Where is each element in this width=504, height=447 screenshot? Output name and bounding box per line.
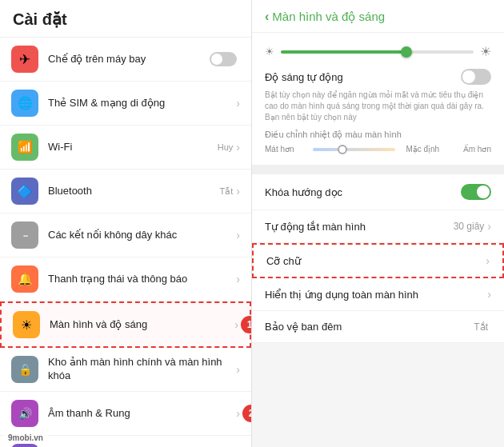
item-label-other-conn: Các kết nối không dây khác [48, 229, 236, 242]
settings-item-airplane[interactable]: ✈ Chế độ trên máy bay [0, 38, 251, 82]
sim-arrow: › [236, 97, 240, 110]
lockscreen-arrow: › [236, 363, 240, 376]
fullscreen-arrow: › [487, 288, 491, 301]
settings-item-wifi[interactable]: 📶 Wi-Fi Huy › [0, 126, 251, 170]
screen-off-value: 30 giây [454, 221, 485, 232]
settings-item-display[interactable]: ☀ Màn hình và độ sáng › 1 [0, 301, 251, 348]
right-row-fullscreen[interactable]: Hiển thị ứng dụng toàn màn hình › [252, 278, 504, 311]
right-row-screen-off[interactable]: Tự động tắt màn hình 30 giây › [252, 210, 504, 243]
display-arrow: › [234, 318, 238, 331]
brightness-slider-row: ☀ ☀ [265, 44, 491, 59]
sound-arrow: › [236, 407, 240, 420]
temp-slider-row: Mát hơn Mặc định Ấm hơn [265, 145, 491, 154]
auto-brightness-desc: Bật tùy chọn này để ngăn ngừa mỏi mắt và… [265, 90, 491, 123]
orientation-label: Khóa hướng dọc [265, 186, 461, 198]
airplane-toggle[interactable] [210, 52, 237, 66]
right-row-fontsize[interactable]: Cỡ chữ › [252, 243, 504, 278]
item-label-airplane: Chế độ trên máy bay [48, 53, 210, 66]
right-content: ☀ ☀ Độ sáng tự động Bật tùy chọn này để … [252, 33, 504, 447]
temp-mat: Mát hơn [265, 145, 306, 154]
orientation-toggle[interactable] [461, 184, 491, 200]
left-panel: Cài đặt ✈ Chế độ trên máy bay 🌐 Thẻ SIM … [0, 0, 252, 447]
fullscreen-label: Hiển thị ứng dụng toàn màn hình [265, 289, 487, 301]
left-header: Cài đặt [0, 0, 251, 38]
right-header-title: Màn hình và độ sáng [272, 10, 385, 24]
lockscreen-icon: 🔒 [11, 356, 38, 383]
notification-icon: 🔔 [11, 265, 38, 293]
annotation-badge-1: 1 [241, 316, 251, 333]
right-header: ‹ Màn hình và độ sáng [252, 0, 504, 33]
wifi-arrow: › [236, 141, 240, 154]
airplane-icon: ✈ [11, 46, 38, 73]
notification-arrow: › [236, 273, 240, 285]
settings-item-bluetooth[interactable]: 🔷 Bluetooth Tắt › [0, 170, 251, 214]
auto-brightness-toggle[interactable] [461, 69, 491, 85]
brightness-high-icon: ☀ [480, 44, 491, 59]
night-label: Bảo vệ ban đêm [265, 321, 474, 333]
item-label-bluetooth: Bluetooth [48, 185, 220, 198]
other-conn-icon: ··· [11, 222, 38, 249]
watermark: 9mobi.vn [3, 432, 48, 444]
temp-slider[interactable] [313, 148, 396, 151]
item-label-sim: Thẻ SIM & mạng di động [48, 97, 236, 110]
app-container: Cài đặt ✈ Chế độ trên máy bay 🌐 Thẻ SIM … [0, 0, 504, 447]
other-conn-arrow: › [236, 229, 240, 241]
bluetooth-badge: Tắt [220, 186, 234, 197]
right-row-orientation[interactable]: Khóa hướng dọc [252, 170, 504, 210]
sound-icon: 🔊 [11, 400, 38, 427]
display-icon: ☀ [13, 311, 40, 338]
temp-thumb[interactable] [338, 145, 347, 154]
brightness-thumb[interactable] [401, 46, 412, 58]
sim-icon: 🌐 [11, 90, 38, 117]
screen-off-arrow: › [487, 220, 491, 233]
brightness-low-icon: ☀ [265, 46, 274, 58]
settings-item-sound[interactable]: 🔊 Âm thanh & Rung › 2 [0, 392, 251, 436]
temp-label: Điều chỉnh nhiệt độ màu màn hình [265, 130, 491, 140]
fontsize-label: Cỡ chữ [266, 255, 486, 267]
bluetooth-arrow: › [236, 185, 240, 198]
settings-list: ✈ Chế độ trên máy bay 🌐 Thẻ SIM & mạng d… [0, 38, 251, 447]
settings-item-notification[interactable]: 🔔 Thanh trạng thái và thông báo › [0, 257, 251, 301]
screen-off-label: Tự động tắt màn hình [265, 221, 454, 233]
settings-item-sim[interactable]: 🌐 Thẻ SIM & mạng di động › [0, 82, 251, 126]
brightness-slider-track[interactable] [281, 50, 474, 54]
item-label-notification: Thanh trạng thái và thông báo [48, 273, 236, 286]
dnd-icon: 🌙 [11, 444, 38, 447]
item-label-lockscreen: Kho ảnh màn hình chính và màn hình khóa [48, 356, 236, 383]
right-panel: ‹ Màn hình và độ sáng ☀ ☀ Độ sáng tự độn… [252, 0, 504, 447]
temp-default: Mặc định [402, 145, 443, 154]
item-label-sound: Âm thanh & Rung [48, 407, 236, 421]
temp-warm: Ấm hơn [450, 145, 491, 154]
item-label-wifi: Wi-Fi [48, 141, 218, 154]
auto-brightness-label: Độ sáng tự động [265, 71, 343, 83]
wifi-icon: 📶 [11, 134, 38, 161]
back-arrow-icon[interactable]: ‹ [265, 10, 269, 24]
auto-brightness-row: Độ sáng tự động [265, 69, 491, 85]
annotation-badge-2: 2 [242, 405, 251, 422]
settings-item-lockscreen[interactable]: 🔒 Kho ảnh màn hình chính và màn hình khó… [0, 348, 251, 392]
brightness-fill [281, 50, 406, 54]
right-row-night[interactable]: Bảo vệ ban đêm Tắt [252, 311, 504, 343]
night-value: Tắt [474, 321, 488, 333]
fontsize-arrow: › [486, 254, 490, 267]
bluetooth-icon: 🔷 [11, 178, 38, 205]
wifi-badge: Huy [218, 142, 234, 152]
settings-item-other-conn[interactable]: ··· Các kết nối không dây khác › [0, 214, 251, 257]
brightness-section: ☀ ☀ Độ sáng tự động Bật tùy chọn này để … [252, 33, 504, 170]
item-label-display: Màn hình và độ sáng [50, 318, 234, 332]
